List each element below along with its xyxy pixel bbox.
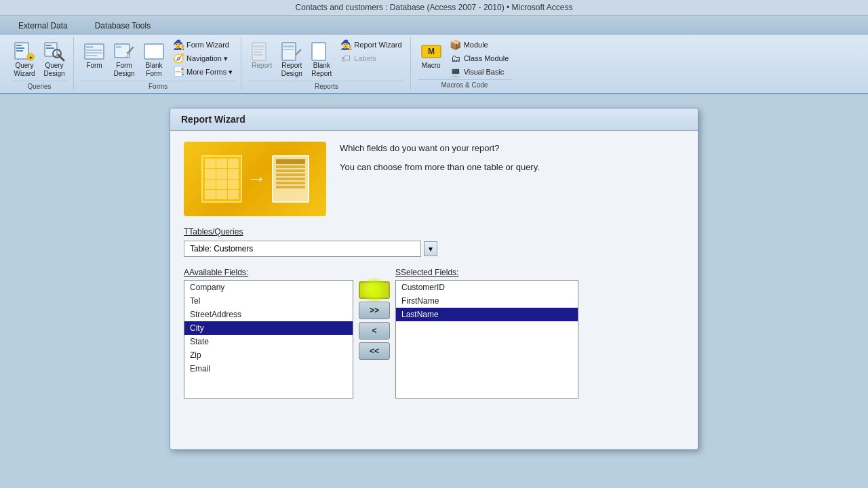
form-wizard-label: Form Wizard: [186, 41, 229, 49]
ribbon-group-reports: Report ReportDesign: [243, 37, 410, 90]
more-forms-icon: 📑: [173, 66, 184, 77]
more-forms-button[interactable]: 📑 More Forms ▾: [170, 66, 235, 78]
tables-queries-section: TTables/Queries Table: Customers ▼: [184, 227, 684, 257]
remove-one-button[interactable]: <: [359, 322, 390, 340]
query-design-button[interactable]: QueryDesign: [41, 39, 68, 79]
svg-rect-13: [86, 49, 102, 51]
remove-all-button[interactable]: <<: [359, 342, 390, 360]
visual-basic-icon: 💻: [450, 66, 461, 77]
add-all-button[interactable]: >>: [359, 302, 390, 319]
svg-rect-15: [86, 55, 97, 56]
field-tel[interactable]: Tel: [184, 294, 353, 308]
class-module-label: Class Module: [464, 54, 509, 62]
svg-rect-1: [16, 45, 22, 46]
svg-rect-8: [46, 47, 54, 49]
macro-icon: M: [420, 40, 442, 62]
labels-icon: 🏷: [340, 53, 351, 64]
dropdown-arrow-button[interactable]: ▼: [424, 241, 437, 256]
fields-section: AAvailable Fields: Company Tel StreetAdd…: [184, 268, 684, 399]
selected-fields-list[interactable]: CustomerID FirstName LastName: [395, 280, 578, 399]
selected-field-first-name[interactable]: FirstName: [396, 294, 578, 308]
forms-small-group: 🧙 Form Wizard 🧭 Navigation ▾ 📑 More Form…: [170, 39, 235, 78]
navigation-button[interactable]: 🧭 Navigation ▾: [170, 52, 235, 64]
svg-rect-24: [254, 52, 262, 53]
blank-report-label: BlankReport: [311, 62, 332, 78]
available-fields-container: AAvailable Fields: Company Tel StreetAdd…: [184, 268, 353, 399]
navigation-label: Navigation ▾: [186, 54, 228, 63]
svg-rect-25: [254, 54, 263, 56]
form-design-label: FormDesign: [113, 62, 134, 78]
form-design-icon: [113, 40, 135, 62]
field-city[interactable]: City: [184, 321, 353, 335]
selected-field-customer-id[interactable]: CustomerID: [396, 281, 578, 294]
form-button[interactable]: Form: [81, 39, 108, 71]
icon-report-graphic: [272, 155, 309, 203]
more-forms-label: More Forms ▾: [186, 68, 233, 77]
form-design-button[interactable]: FormDesign: [111, 39, 138, 79]
report-wizard-icon: 🧙: [340, 39, 351, 50]
svg-rect-3: [16, 50, 23, 52]
title-text: Contacts and customers : Database (Acces…: [295, 3, 572, 12]
class-module-icon: 🗂: [450, 53, 461, 64]
forms-label: Forms: [81, 81, 235, 90]
field-email[interactable]: Email: [184, 362, 353, 375]
field-company[interactable]: Company: [184, 281, 353, 294]
ribbon: ✦ QueryWizard Q: [0, 35, 868, 94]
query-design-label: QueryDesign: [43, 62, 64, 78]
query-wizard-label: QueryWizard: [14, 62, 35, 78]
report-wizard-button[interactable]: 🧙 Report Wizard: [338, 39, 404, 51]
macro-label: Macro: [422, 62, 441, 70]
selected-fields-label: SSelected Fields:: [395, 268, 578, 277]
tab-external-data[interactable]: External Data: [5, 17, 81, 34]
blank-form-label: BlankForm: [145, 62, 162, 78]
report-design-label: ReportDesign: [281, 62, 302, 78]
tab-database-tools[interactable]: Database Tools: [82, 17, 164, 34]
svg-rect-22: [254, 45, 264, 47]
available-fields-label: AAvailable Fields:: [184, 268, 353, 277]
reports-items: Report ReportDesign: [248, 39, 404, 79]
icon-table-graphic: [201, 155, 242, 203]
class-module-button[interactable]: 🗂 Class Module: [448, 52, 512, 64]
dialog-icon: →: [184, 142, 326, 216]
remove-all-label: <<: [370, 346, 379, 356]
blank-form-button[interactable]: BlankForm: [140, 39, 167, 79]
svg-rect-2: [16, 47, 24, 49]
field-street-address[interactable]: StreetAddress: [184, 308, 353, 321]
dialog-header: → Which fields do you want on: [184, 142, 684, 216]
field-state[interactable]: State: [184, 335, 353, 348]
module-button[interactable]: 📦 Module: [448, 39, 512, 51]
svg-line-29: [296, 49, 301, 55]
field-zip[interactable]: Zip: [184, 348, 353, 362]
labels-button: 🏷 Labels: [338, 52, 404, 64]
macro-button[interactable]: M Macro: [418, 39, 445, 71]
report-design-button[interactable]: ReportDesign: [278, 39, 305, 79]
form-wizard-button[interactable]: 🧙 Form Wizard: [170, 39, 235, 51]
add-one-button[interactable]: >: [359, 281, 390, 299]
dialog-title: Report Wizard: [170, 108, 698, 131]
form-wizard-icon: 🧙: [173, 39, 184, 50]
transfer-buttons: > >> < <<: [359, 281, 390, 360]
report-button[interactable]: Report: [248, 39, 275, 71]
blank-report-button[interactable]: BlankReport: [308, 39, 335, 79]
selected-fields-container: SSelected Fields: CustomerID FirstName L…: [395, 268, 578, 399]
desc-line1: Which fields do you want on your report?: [340, 142, 684, 155]
ribbon-group-queries: ✦ QueryWizard Q: [5, 37, 74, 90]
selected-field-last-name[interactable]: LastName: [396, 308, 578, 321]
dropdown-value: Table: Customers: [190, 244, 253, 253]
form-label: Form: [86, 62, 102, 70]
query-design-icon: [43, 40, 65, 62]
report-icon: [251, 40, 273, 62]
desc-line2: You can choose from more than one table …: [340, 161, 684, 174]
available-fields-list[interactable]: Company Tel StreetAddress City State Zip…: [184, 280, 353, 399]
report-design-icon: [281, 40, 302, 62]
tables-dropdown[interactable]: Table: Customers: [184, 241, 421, 257]
svg-rect-12: [86, 46, 93, 48]
visual-basic-button[interactable]: 💻 Visual Basic: [448, 66, 512, 78]
svg-rect-27: [283, 45, 294, 47]
queries-items: ✦ QueryWizard Q: [11, 39, 68, 79]
query-wizard-button[interactable]: ✦ QueryWizard: [11, 39, 38, 79]
dropdown-row: Table: Customers ▼: [184, 241, 684, 257]
query-wizard-icon: ✦: [14, 40, 35, 62]
form-icon: [83, 40, 105, 62]
svg-rect-28: [283, 49, 294, 50]
